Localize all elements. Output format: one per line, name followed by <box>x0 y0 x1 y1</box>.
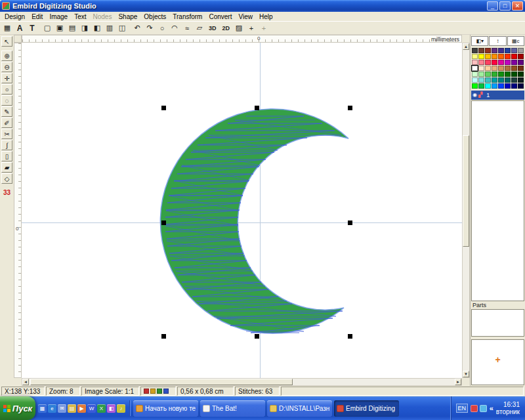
menu-nodes[interactable]: Nodes <box>90 13 116 20</box>
palette-swatch[interactable] <box>485 60 491 65</box>
menu-edit[interactable]: Edit <box>28 13 46 20</box>
toolbar-outline-mode-button[interactable]: ▱ <box>194 22 205 33</box>
palette-swatch[interactable] <box>511 66 517 71</box>
minimize-button[interactable]: _ <box>487 1 498 10</box>
palette-swatch[interactable] <box>472 54 478 59</box>
menu-convert[interactable]: Convert <box>205 13 235 20</box>
menu-help[interactable]: Help <box>256 13 276 20</box>
toolbar-crosshair-button[interactable]: + <box>245 22 257 33</box>
selection-handle-mid-left[interactable] <box>161 220 166 225</box>
toolbar-copy-button[interactable]: ◫ <box>116 22 128 33</box>
hoop-color-icon[interactable] <box>157 388 162 394</box>
object-list[interactable] <box>471 100 524 301</box>
palette-swatch[interactable] <box>518 77 524 83</box>
music-icon[interactable]: ♪ <box>117 404 125 413</box>
palette-swatch[interactable] <box>511 48 517 53</box>
palette-swatch[interactable] <box>518 83 524 89</box>
palette-swatch[interactable] <box>498 83 504 89</box>
palette-swatch[interactable] <box>472 66 478 71</box>
toolbar-arc-mode-button[interactable]: ◠ <box>169 22 180 33</box>
task-embird[interactable]: Embird Digitizing Stud... <box>334 400 399 417</box>
palette-swatch[interactable] <box>505 77 511 83</box>
palette-swatch[interactable] <box>518 60 524 65</box>
toolbar-print-button[interactable]: ▥ <box>104 22 116 33</box>
toolbar-stitch-display-button[interactable]: ▨ <box>233 22 245 33</box>
scroll-down-button[interactable]: ▼ <box>463 371 469 377</box>
palette-swatch[interactable] <box>492 48 497 53</box>
palette-swatch[interactable] <box>492 72 497 77</box>
grid-color-icon[interactable] <box>150 388 156 394</box>
toolbar-wave-mode-button[interactable]: ≈ <box>181 22 193 33</box>
design-color-icon[interactable] <box>144 388 149 394</box>
tool-pen-tool[interactable]: ✎ <box>1 106 12 117</box>
palette-swatch[interactable] <box>505 60 511 65</box>
menu-image[interactable]: Image <box>46 13 71 20</box>
palette-swatch[interactable] <box>485 54 491 59</box>
menu-shape[interactable]: Shape <box>115 13 140 20</box>
excel-icon[interactable]: X <box>97 404 106 413</box>
palette-swatch[interactable] <box>478 72 484 77</box>
palette-swatch[interactable] <box>498 60 504 65</box>
tool-fill-tool[interactable]: ▰ <box>1 162 12 173</box>
palette-swatch[interactable] <box>485 77 491 83</box>
tool-pan-tool[interactable]: ✛ <box>1 73 12 83</box>
palette-swatch[interactable] <box>485 72 491 77</box>
palette-swatch[interactable] <box>511 54 517 59</box>
palette-swatch[interactable] <box>472 83 478 89</box>
toolbar-new-document-button[interactable]: ▢ <box>41 22 53 33</box>
media-player-icon[interactable]: ▶ <box>77 404 86 413</box>
task-thebat[interactable]: The Bat! <box>200 400 265 417</box>
toolbar-ellipse-mode-button[interactable]: ○ <box>156 22 168 33</box>
palette-swatch[interactable] <box>472 48 478 53</box>
palette-swatch[interactable] <box>485 48 491 53</box>
palette-swatch[interactable] <box>505 83 511 89</box>
tray-volume-icon[interactable] <box>480 405 487 412</box>
toolbar-export-button[interactable]: ◧ <box>91 22 103 33</box>
paint-icon[interactable]: ◧ <box>107 404 116 413</box>
palette-swatch[interactable] <box>472 72 478 77</box>
design-canvas[interactable] <box>22 43 462 378</box>
palette-swatch[interactable] <box>478 77 484 83</box>
selection-handle-mid-right[interactable] <box>348 220 352 225</box>
palette-swatch[interactable] <box>498 72 504 77</box>
toolbar-letter-t-button[interactable]: T <box>26 22 38 33</box>
scroll-up-button[interactable]: ▲ <box>463 43 469 50</box>
palette-swatch[interactable] <box>492 60 497 65</box>
menu-design[interactable]: Design <box>1 13 28 20</box>
scroll-right-button[interactable]: ► <box>455 379 461 385</box>
palette-swatch[interactable] <box>505 48 511 53</box>
selection-handle-top-left[interactable] <box>161 106 166 110</box>
crescent-object[interactable] <box>160 109 348 333</box>
horizontal-scrollbar[interactable]: ◄ ► <box>22 378 462 386</box>
start-button[interactable]: Пуск <box>0 396 35 420</box>
toolbar-import-button[interactable]: ◨ <box>79 22 91 33</box>
palette-swatch[interactable] <box>478 60 484 65</box>
palette-swatch[interactable] <box>498 77 504 83</box>
menu-objects[interactable]: Objects <box>140 13 169 20</box>
maximize-button[interactable]: □ <box>499 1 511 10</box>
palette-swatch[interactable] <box>518 66 524 71</box>
palette-swatch[interactable] <box>478 66 484 71</box>
task-forum[interactable]: Начать новую тему :: В... <box>133 400 198 417</box>
palette-swatch[interactable] <box>511 83 517 89</box>
selection-handle-bottom-mid[interactable] <box>255 334 259 339</box>
tool-node-edit-tool[interactable]: ✐ <box>1 117 12 128</box>
vertical-scrollbar[interactable]: ▲ ▼ <box>462 43 470 378</box>
folder-icon[interactable]: ▤ <box>68 404 76 413</box>
palette-swatch[interactable] <box>498 48 504 53</box>
vertical-scroll-thumb[interactable] <box>463 135 469 247</box>
menu-view[interactable]: View <box>235 13 256 20</box>
palette-swatch[interactable] <box>511 72 517 77</box>
selection-handle-bottom-right[interactable] <box>348 334 352 339</box>
palette-swatch[interactable] <box>518 48 524 53</box>
color-order-button[interactable]: ↕ <box>489 36 506 46</box>
palette-swatch[interactable] <box>492 83 497 89</box>
palette-swatch[interactable] <box>518 54 524 59</box>
tray-shield-icon[interactable] <box>471 405 478 412</box>
toolbar-undo-button[interactable]: ↶ <box>131 22 143 33</box>
object-list-row-1[interactable]: ◉▞ 1 <box>471 91 524 100</box>
toolbar-open-file-button[interactable]: ▣ <box>54 22 66 33</box>
palette-swatch[interactable] <box>478 83 484 89</box>
toolbar-view-3d-button[interactable]: 3D <box>206 22 219 33</box>
menu-text[interactable]: Text <box>71 13 89 20</box>
